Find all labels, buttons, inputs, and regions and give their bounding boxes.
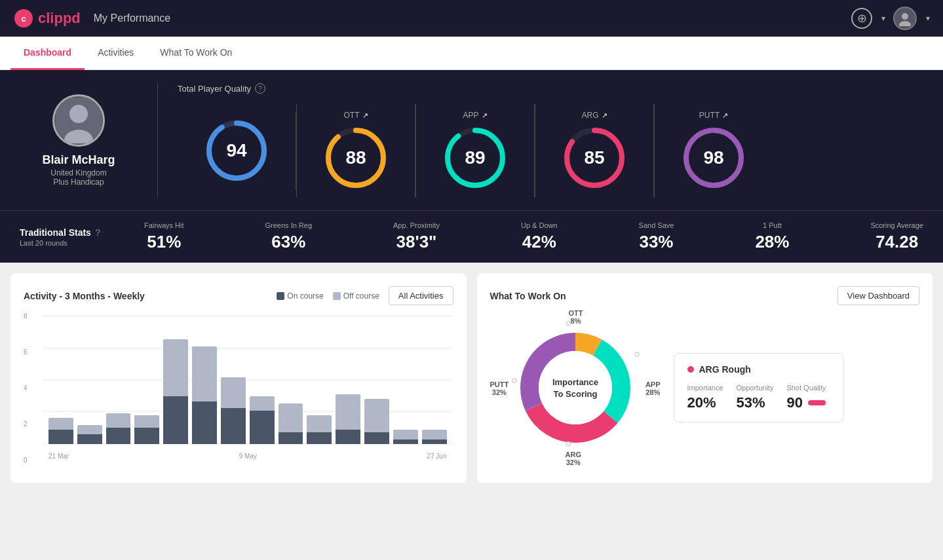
hero-section: Blair McHarg United Kingdom Plus Handica…	[0, 70, 943, 210]
tabs-bar: Dashboard Activities What To Work On	[0, 37, 943, 70]
tab-dashboard[interactable]: Dashboard	[10, 37, 85, 70]
ott-arrow: ↗	[362, 111, 368, 120]
tpq-help-icon[interactable]: ?	[255, 83, 265, 94]
tpq-label: Total Player Quality ?	[178, 83, 923, 94]
stat-proximity-label: App. Proximity	[393, 221, 440, 229]
putt-label: PUTT	[699, 111, 720, 120]
bar-on-12	[393, 439, 418, 444]
x-label-jun: 27 Jun	[427, 453, 446, 460]
activity-card-header: Activity - 3 Months - Weekly On course O…	[24, 286, 453, 305]
x-label-may: 9 May	[239, 453, 257, 460]
legend-on-course-label: On course	[287, 291, 323, 301]
info-opportunity: Opportunity 53%	[737, 384, 774, 411]
add-button[interactable]: ⊕	[851, 8, 872, 29]
bar-group-11	[364, 316, 389, 444]
view-dashboard-button[interactable]: View Dashboard	[837, 286, 919, 305]
bars-container	[42, 316, 453, 444]
bar-off-11	[364, 399, 389, 432]
divider-player	[157, 83, 158, 197]
bar-on-13	[422, 439, 447, 444]
header-left: c clippd My Performance	[13, 8, 170, 29]
activity-legend: On course Off course	[277, 291, 379, 301]
y-label-0: 0	[24, 457, 28, 464]
tab-what-to-work-on[interactable]: What To Work On	[147, 37, 245, 70]
bar-off-6	[221, 377, 246, 408]
bar-off-3	[134, 415, 159, 427]
stat-updown: Up & Down 42%	[521, 221, 558, 252]
metric-putt: PUTT ↗ 98	[655, 104, 773, 197]
bar-off-13	[422, 430, 447, 439]
bar-group-9	[307, 316, 332, 444]
metric-ott: OTT ↗ 88	[297, 104, 415, 197]
stat-updown-value: 42%	[521, 232, 558, 252]
header-right: ⊕ ▾ ▾	[851, 7, 930, 30]
logo-text: clippd	[38, 10, 81, 27]
add-chevron: ▾	[881, 14, 885, 23]
bar-off-8	[279, 403, 303, 432]
trad-stats-title: Traditional Stats	[20, 227, 91, 238]
svg-text:To Scoring: To Scoring	[553, 389, 597, 399]
info-metrics: Importance 20% Opportunity 53% Shot Qual…	[687, 384, 830, 411]
activity-card: Activity - 3 Months - Weekly On course O…	[10, 273, 467, 483]
svg-point-21	[539, 351, 612, 424]
putt-arrow: ↗	[722, 111, 728, 120]
logo-icon: c	[13, 8, 34, 29]
bar-on-0	[48, 430, 73, 444]
bar-on-9	[307, 432, 332, 444]
trad-help-icon[interactable]: ?	[95, 227, 101, 238]
arg-arrow: ↗	[602, 111, 607, 120]
wtwo-content: OTT 8% PUTT 32% APP 28% ARG 32%	[490, 316, 920, 460]
bar-group-10	[336, 316, 360, 444]
traditional-stats: Traditional Stats ? Last 20 rounds Fairw…	[0, 210, 943, 263]
info-card-dot	[687, 366, 694, 373]
header: c clippd My Performance ⊕ ▾ ▾	[0, 0, 943, 37]
user-chevron: ▾	[926, 14, 930, 23]
bar-off-0	[48, 418, 73, 430]
user-avatar-button[interactable]	[893, 7, 917, 30]
stat-fairways: Fairways Hit 51%	[144, 221, 184, 252]
bar-off-5	[192, 346, 217, 401]
lower-section: Activity - 3 Months - Weekly On course O…	[0, 263, 943, 493]
trad-stats-sub: Last 20 rounds	[20, 239, 125, 247]
shot-quality-bar-bg	[808, 400, 828, 405]
stat-scoring: Scoring Average 74.28	[870, 221, 923, 252]
info-shot-quality: Shot Quality 90	[786, 384, 827, 411]
bar-group-13	[422, 316, 447, 444]
bar-group-8	[279, 316, 303, 444]
wtwo-header: What To Work On View Dashboard	[490, 286, 920, 305]
svg-point-5	[69, 105, 88, 123]
bar-group-2	[106, 316, 131, 444]
bar-group-5	[192, 316, 217, 444]
metric-tpq: 94	[178, 111, 296, 190]
legend-on-course: On course	[277, 291, 323, 301]
arg-circle: 85	[562, 125, 627, 191]
stat-oneputt-value: 28%	[755, 232, 789, 252]
shot-quality-bar: 90	[786, 394, 827, 411]
app-circle: 89	[442, 125, 508, 191]
metric-app: APP ↗ 89	[416, 104, 535, 197]
player-name: Blair McHarg	[42, 153, 115, 167]
legend-off-course-label: Off course	[343, 291, 379, 301]
app-arrow: ↗	[482, 111, 488, 120]
stat-greens-value: 63%	[265, 232, 313, 252]
y-label-6: 6	[24, 348, 28, 356]
stat-fairways-label: Fairways Hit	[144, 221, 184, 229]
stat-greens: Greens In Reg 63%	[265, 221, 313, 252]
logo: c clippd	[13, 8, 81, 29]
stat-sandsave-value: 33%	[639, 232, 674, 252]
player-avatar	[52, 94, 105, 147]
trad-stats-label: Traditional Stats ? Last 20 rounds	[20, 227, 125, 247]
stat-oneputt-label: 1 Putt	[755, 221, 789, 229]
legend-off-course-dot	[333, 292, 341, 300]
stats-grid: Fairways Hit 51% Greens In Reg 63% App. …	[144, 221, 923, 252]
bar-group-1	[77, 316, 102, 444]
tab-activities[interactable]: Activities	[85, 37, 147, 70]
app-label: APP	[463, 111, 478, 120]
all-activities-button[interactable]: All Activities	[389, 286, 453, 305]
bar-group-3	[134, 316, 159, 444]
app-dot	[634, 352, 640, 357]
donut-label-app: APP 28%	[645, 381, 661, 396]
plus-icon: ⊕	[857, 11, 867, 26]
svg-point-2	[902, 13, 908, 20]
bar-group-7	[250, 316, 275, 444]
